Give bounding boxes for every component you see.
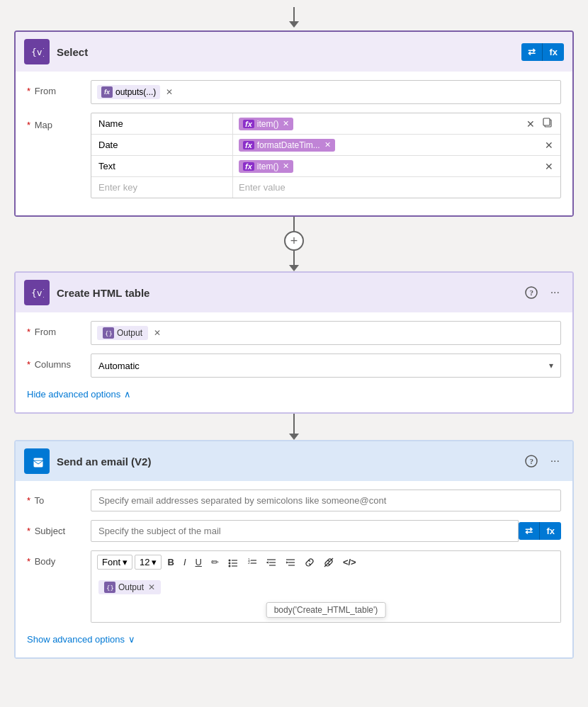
html-from-required: * [27, 327, 30, 337]
email-underline-btn[interactable]: U [192, 555, 205, 569]
map-row-text-actions: ✕ [538, 159, 560, 174]
email-help-btn[interactable]: ? [521, 452, 542, 470]
map-value-text[interactable]: fx item() ✕ [233, 157, 538, 176]
svg-text:2.: 2. [248, 560, 251, 565]
select-from-required: * [27, 86, 30, 96]
email-to-required: * [27, 495, 30, 506]
connector-arrow-middle [289, 434, 299, 440]
html-table-card-body: * From {} Output ✕ [16, 312, 572, 412]
email-body-token-close[interactable]: ✕ [148, 582, 155, 592]
svg-point-12 [228, 559, 230, 561]
email-fontsize-select[interactable]: 12 ▾ [135, 555, 162, 570]
svg-text:{v}: {v} [31, 47, 44, 57]
select-from-token-close[interactable]: ✕ [166, 87, 173, 97]
map-key-text: Text [91, 156, 233, 176]
html-table-header-actions: ? ··· [521, 283, 564, 302]
html-from-token-close[interactable]: ✕ [154, 328, 161, 338]
top-connector [14, 7, 574, 28]
email-subject-wrap: ⇄ fx [91, 520, 561, 542]
email-body-required: * [27, 556, 30, 567]
connector-line-top [293, 7, 295, 21]
html-columns-wrap: Automatic ▾ [91, 354, 561, 378]
email-card-title: Send an email (V2) [57, 456, 521, 468]
email-subject-switcher-btn[interactable]: ⇄ [519, 522, 539, 540]
email-bold-btn[interactable]: B [164, 555, 177, 569]
select-toolbar-buttons[interactable]: ⇄ fx [521, 43, 564, 61]
svg-point-16 [228, 565, 230, 567]
map-row-date: Date fx formatDateTim... ✕ ✕ [91, 135, 560, 156]
plus-circle-btn[interactable]: + [284, 231, 304, 251]
map-row-date-actions: ✕ [538, 138, 560, 152]
email-subject-input[interactable] [91, 520, 519, 542]
select-card-title: Select [57, 46, 521, 58]
html-columns-dropdown[interactable]: Automatic ▾ [91, 354, 561, 378]
html-table-card-title: Create HTML table [57, 287, 521, 299]
map-table: Name fx item() ✕ ✕ [91, 113, 561, 198]
email-link-btn[interactable] [301, 556, 318, 569]
email-subject-label: * Subject [27, 520, 91, 536]
map-value-empty[interactable]: Enter value [233, 179, 560, 196]
svg-text:?: ? [529, 457, 533, 465]
show-advanced-btn[interactable]: Show advanced options ∨ [27, 634, 135, 645]
svg-rect-2 [543, 118, 550, 125]
select-from-input[interactable]: fx outputs(...) ✕ [91, 80, 561, 104]
connector-plus-wrap[interactable]: + [280, 231, 308, 251]
email-indent-btn[interactable] [282, 556, 299, 569]
email-to-wrap [91, 490, 561, 511]
html-table-card-icon: {v} [24, 280, 50, 305]
map-enter-key-placeholder: Enter key [98, 182, 137, 193]
map-row-name: Name fx item() ✕ ✕ [91, 113, 560, 135]
email-subject-fx-btn[interactable]: fx [539, 522, 561, 540]
map-row-text-delete[interactable]: ✕ [542, 159, 556, 174]
email-more-btn[interactable]: ··· [546, 452, 564, 470]
email-unordered-list-btn[interactable] [225, 556, 242, 569]
email-body-tooltip: body('Create_HTML_table') [266, 602, 386, 618]
select-header-actions: ⇄ fx [521, 43, 564, 61]
email-highlight-btn[interactable]: ✏ [208, 555, 222, 569]
html-from-input[interactable]: {} Output ✕ [91, 321, 561, 345]
html-table-card: {v} Create HTML table ? ··· * From [14, 271, 574, 414]
email-body-wrap: Font ▾ 12 ▾ B I U ✏ 1.2. [91, 550, 561, 623]
email-body-editor[interactable]: {} Output ✕ body('Create_HTML_table') [91, 573, 561, 623]
email-ordered-list-btn[interactable]: 1.2. [244, 556, 261, 569]
map-text-token-close[interactable]: ✕ [283, 162, 289, 171]
email-body-output-token: {} Output ✕ [98, 580, 161, 594]
email-outdent-btn[interactable] [263, 556, 280, 569]
chevron-up-icon: ∧ [124, 389, 131, 400]
map-key-name: Name [91, 113, 233, 134]
svg-text:{v}: {v} [31, 288, 44, 298]
connector-arrow-plus [289, 265, 299, 271]
html-table-help-btn[interactable]: ? [521, 283, 542, 302]
html-table-more-btn[interactable]: ··· [546, 283, 564, 302]
map-row-name-copy[interactable] [539, 115, 556, 132]
email-subject-row: * Subject ⇄ fx [27, 520, 561, 542]
email-font-select[interactable]: Font ▾ [97, 555, 132, 570]
html-from-row: * From {} Output ✕ [27, 321, 561, 345]
map-value-date[interactable]: fx formatDateTim... ✕ [233, 135, 538, 155]
map-value-name[interactable]: fx item() ✕ [233, 114, 519, 134]
map-row-name-delete[interactable]: ✕ [524, 117, 538, 131]
map-row-date-delete[interactable]: ✕ [542, 138, 556, 152]
email-subject-toolbar[interactable]: ⇄ fx [519, 522, 561, 540]
select-from-label: * From [27, 80, 91, 96]
map-key-empty[interactable]: Enter key [91, 177, 233, 198]
map-enter-value-placeholder: Enter value [239, 182, 285, 193]
select-from-token: fx outputs(...) [97, 85, 160, 99]
email-card: Send an email (V2) ? ··· * To [14, 440, 574, 659]
map-row-name-actions: ✕ [519, 115, 560, 132]
email-card-header: Send an email (V2) ? ··· [16, 441, 572, 481]
select-fx-btn[interactable]: fx [542, 43, 564, 61]
select-card-icon: {v} [24, 39, 50, 64]
email-unlink-btn[interactable] [320, 556, 337, 569]
email-body-row: * Body Font ▾ 12 ▾ B I U ✏ [27, 550, 561, 623]
select-map-row: * Map Name fx item() ✕ [27, 113, 561, 198]
hide-advanced-btn[interactable]: Hide advanced options ∧ [27, 389, 131, 400]
map-date-token-close[interactable]: ✕ [324, 140, 331, 149]
email-italic-btn[interactable]: I [180, 555, 190, 569]
email-code-btn[interactable]: </> [339, 555, 360, 569]
svg-text:{}: {} [106, 584, 114, 592]
map-name-token-close[interactable]: ✕ [283, 119, 289, 128]
email-to-input[interactable] [91, 490, 561, 511]
select-switcher-btn[interactable]: ⇄ [521, 43, 542, 61]
connector-line-plus-bottom [293, 251, 295, 265]
